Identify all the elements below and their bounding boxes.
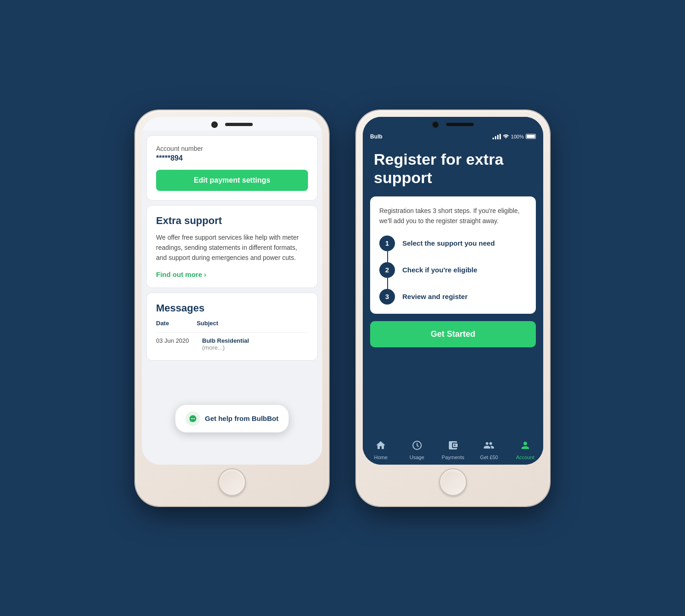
signal-icon <box>493 134 501 139</box>
messages-title: Messages <box>156 302 308 314</box>
nav-item-home[interactable]: Home <box>363 440 399 460</box>
step-item-2: 2 Check if you're eligible <box>379 262 527 278</box>
step-label-3: Review and register <box>402 293 468 300</box>
messages-card: Messages Date Subject 03 Jun 2020 Bulb R… <box>146 293 318 361</box>
col-subject-label: Subject <box>197 320 218 327</box>
nav-item-usage[interactable]: Usage <box>399 440 435 460</box>
phone-notch-right <box>363 117 543 131</box>
home-icon <box>375 440 386 453</box>
status-bar-right: 100% <box>493 133 536 139</box>
svg-point-0 <box>191 418 192 419</box>
message-content: Bulb Residential (more...) <box>202 337 249 351</box>
find-out-more-link[interactable]: Find out more › <box>156 271 308 278</box>
get-started-button[interactable]: Get Started <box>370 321 536 347</box>
step-number-2: 2 <box>379 262 395 278</box>
phone-notch-left <box>142 117 322 131</box>
bottom-nav: Home Usage <box>363 435 543 465</box>
nav-item-payments[interactable]: Payments <box>435 440 471 460</box>
wifi-icon <box>503 133 509 139</box>
step-item-1: 1 Select the support you need <box>379 236 527 251</box>
register-description: Registration takes 3 short steps. If you… <box>379 206 527 226</box>
right-screen: Bulb 100% <box>363 131 543 465</box>
message-preview: (more...) <box>202 344 249 351</box>
steps-list: 1 Select the support you need 2 Check if… <box>379 236 527 305</box>
nav-item-account[interactable]: Account <box>507 440 543 460</box>
step-item-3: 3 Review and register <box>379 289 527 305</box>
col-date-label: Date <box>156 320 169 327</box>
message-date: 03 Jun 2020 <box>156 337 193 344</box>
status-bar: Bulb 100% <box>363 131 543 143</box>
register-title: Register for extra support <box>363 143 543 197</box>
account-number-value: *****894 <box>156 154 308 162</box>
get50-icon <box>483 440 494 453</box>
bulbbot-label: Get help from BulbBot <box>205 415 279 422</box>
camera-left <box>211 121 218 128</box>
phone-left: Account number *****894 Edit payment set… <box>135 110 329 506</box>
step-number-3: 3 <box>379 289 395 305</box>
nav-label-account: Account <box>516 455 534 460</box>
battery-icon <box>526 134 536 139</box>
bulbbot-icon <box>186 411 200 426</box>
step-label-1: Select the support you need <box>402 239 495 247</box>
usage-icon <box>412 440 423 453</box>
message-subject: Bulb Residential <box>202 337 249 344</box>
camera-right <box>432 121 439 128</box>
svg-point-3 <box>505 138 506 138</box>
nav-label-get50: Get £50 <box>480 455 498 460</box>
messages-header: Date Subject <box>156 320 308 327</box>
left-screen: Account number *****894 Edit payment set… <box>142 131 322 465</box>
battery-percent: 100% <box>511 134 524 139</box>
step-label-2: Check if you're eligible <box>402 266 477 274</box>
phone-right: Bulb 100% <box>356 110 550 506</box>
step-connector-1 <box>379 251 527 262</box>
account-number-label: Account number <box>156 145 308 152</box>
speaker-right <box>446 123 474 126</box>
nav-label-payments: Payments <box>442 455 464 460</box>
step-connector-2 <box>379 278 527 289</box>
extra-support-card: Extra support We offer free support serv… <box>146 205 318 288</box>
svg-point-2 <box>194 418 195 419</box>
edit-payment-settings-button[interactable]: Edit payment settings <box>156 170 308 191</box>
account-card: Account number *****894 Edit payment set… <box>146 135 318 201</box>
chevron-right-icon: › <box>204 271 206 278</box>
speaker-left <box>225 123 253 126</box>
svg-point-1 <box>192 418 193 419</box>
register-card: Registration takes 3 short steps. If you… <box>370 196 536 314</box>
carrier-label: Bulb <box>370 133 383 140</box>
message-row: 03 Jun 2020 Bulb Residential (more...) <box>156 332 308 351</box>
extra-support-title: Extra support <box>156 215 308 227</box>
home-button-right[interactable] <box>439 468 467 496</box>
account-icon <box>520 440 531 453</box>
bulbbot-bubble[interactable]: Get help from BulbBot <box>175 405 289 432</box>
step-number-1: 1 <box>379 236 395 251</box>
extra-support-body: We offer free support services like help… <box>156 232 308 263</box>
payments-icon <box>447 440 459 453</box>
nav-label-home: Home <box>374 455 388 460</box>
home-button-left[interactable] <box>218 468 246 496</box>
nav-item-get50[interactable]: Get £50 <box>471 440 507 460</box>
nav-label-usage: Usage <box>410 455 424 460</box>
